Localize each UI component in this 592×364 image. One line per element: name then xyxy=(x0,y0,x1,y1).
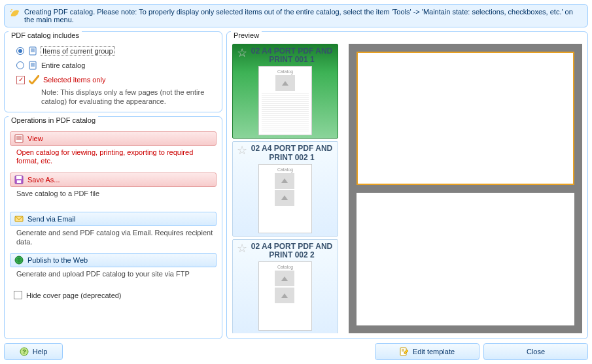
svg-rect-15 xyxy=(16,176,22,179)
info-banner-text: Creating PDF catalog. Please note: To pr… xyxy=(24,8,582,24)
operations-title: Operations in PDF catalog xyxy=(9,116,98,124)
radio-items-current-group[interactable]: Items of current group xyxy=(10,44,217,58)
template-list[interactable]: ☆02 A4 PORT PDF AND PRINT 001 1Catalog☆0… xyxy=(232,44,343,333)
star-icon[interactable]: ☆ xyxy=(237,242,247,254)
operations-group: Operations in PDF catalog View Open cata… xyxy=(4,116,222,340)
op-send-email[interactable]: Send via Email xyxy=(10,212,217,226)
svg-rect-10 xyxy=(15,135,23,142)
radio-label-current: Items of current group xyxy=(41,47,114,55)
svg-point-1 xyxy=(10,11,12,12)
preview-page[interactable] xyxy=(357,52,574,185)
hint-icon xyxy=(10,8,20,18)
edit-template-icon xyxy=(400,347,409,356)
op-view-label: View xyxy=(27,135,43,142)
help-icon: ? xyxy=(20,347,29,356)
op-save-as[interactable]: Save As... xyxy=(10,173,217,187)
op-view-desc: Open catalog for viewing, printing, expo… xyxy=(10,146,217,171)
hide-cover-label: Hide cover page (deprecated) xyxy=(26,291,122,299)
edit-template-button[interactable]: Edit template xyxy=(375,343,479,360)
op-view[interactable]: View xyxy=(10,131,217,146)
template-title: 02 A4 PORT PDF AND PRINT 001 1 xyxy=(250,47,334,64)
pencil-check-icon xyxy=(29,75,39,84)
template-thumb[interactable]: ☆02 A4 PORT PDF AND PRINT 002 1Catalog xyxy=(232,141,338,236)
op-save-label: Save As... xyxy=(27,176,60,184)
radio-icon xyxy=(16,47,24,55)
template-doc-preview: Catalog xyxy=(258,261,312,331)
check-selected-items-only[interactable]: ✓ Selected items only xyxy=(10,73,217,87)
close-button[interactable]: Close xyxy=(483,343,588,360)
preview-title: Preview xyxy=(231,31,262,39)
op-email-desc: Generate and send PDF catalog via Email.… xyxy=(10,226,217,251)
includes-title: PDF catalog includes xyxy=(9,31,82,39)
star-icon[interactable]: ☆ xyxy=(237,144,247,156)
info-banner: Creating PDF catalog. Please note: To pr… xyxy=(4,4,588,27)
globe-icon xyxy=(14,256,24,265)
template-thumb[interactable]: ☆02 A4 PORT PDF AND PRINT 002 2Catalog xyxy=(232,239,338,333)
checkbox-icon: ✓ xyxy=(16,76,25,84)
radio-label-entire: Entire catalog xyxy=(41,61,85,69)
template-title: 02 A4 PORT PDF AND PRINT 002 2 xyxy=(250,242,334,259)
template-thumb[interactable]: ☆02 A4 PORT PDF AND PRINT 001 1Catalog xyxy=(232,44,338,139)
help-label: Help xyxy=(33,348,48,356)
template-doc-preview: Catalog xyxy=(258,66,312,135)
includes-group: PDF catalog includes Items of current gr… xyxy=(4,31,222,112)
preview-group: Preview ☆02 A4 PORT PDF AND PRINT 001 1C… xyxy=(226,31,588,339)
op-publish-desc: Generate and upload PDF catalog to your … xyxy=(10,267,217,283)
help-button[interactable]: ? Help xyxy=(4,343,63,360)
svg-text:?: ? xyxy=(22,348,26,355)
op-publish-label: Publish to the Web xyxy=(27,256,88,264)
bottom-toolbar: ? Help Edit template Close xyxy=(4,343,588,360)
svg-rect-6 xyxy=(29,61,36,69)
page-icon xyxy=(28,61,37,70)
preview-pane[interactable] xyxy=(349,44,582,333)
op-save-desc: Save catalog to a PDF file xyxy=(10,187,217,203)
op-publish-web[interactable]: Publish to the Web xyxy=(10,253,217,267)
svg-point-0 xyxy=(11,9,12,10)
includes-note: Note: This displays only a few pages (no… xyxy=(10,87,217,107)
radio-icon xyxy=(16,61,24,69)
check-label-selected: Selected items only xyxy=(43,76,105,84)
close-label: Close xyxy=(527,348,545,356)
email-icon xyxy=(14,214,24,223)
op-email-label: Send via Email xyxy=(27,215,75,223)
save-icon xyxy=(14,175,24,184)
template-title: 02 A4 PORT PDF AND PRINT 002 1 xyxy=(250,144,334,161)
checkbox-icon xyxy=(14,291,22,299)
template-doc-preview: Catalog xyxy=(258,164,312,233)
edit-template-label: Edit template xyxy=(413,348,455,356)
svg-rect-2 xyxy=(29,47,36,55)
preview-page[interactable] xyxy=(357,193,574,326)
star-icon[interactable]: ☆ xyxy=(237,47,247,59)
radio-entire-catalog[interactable]: Entire catalog xyxy=(10,58,217,73)
svg-rect-16 xyxy=(17,180,21,183)
page-icon xyxy=(28,46,37,56)
hide-cover-checkbox[interactable]: Hide cover page (deprecated) xyxy=(10,283,217,302)
view-icon xyxy=(14,134,24,143)
